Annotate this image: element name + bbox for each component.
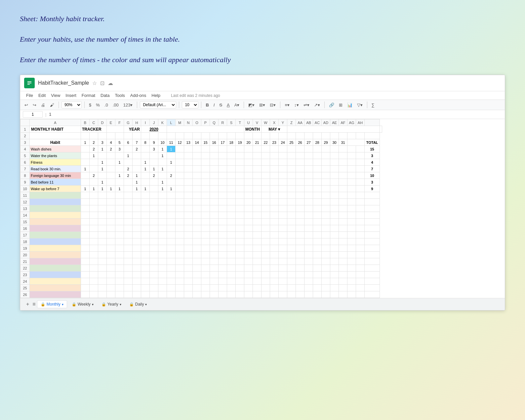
- empty-day-cell[interactable]: [304, 258, 313, 265]
- empty-day-cell[interactable]: [133, 252, 141, 258]
- menu-data[interactable]: Data: [99, 92, 111, 99]
- empty-day-cell[interactable]: [244, 192, 253, 199]
- empty-day-cell[interactable]: [236, 245, 244, 252]
- extra-cell[interactable]: [347, 172, 356, 179]
- empty-day-cell[interactable]: [244, 252, 253, 258]
- sheet-cell[interactable]: 28: [313, 139, 322, 146]
- day-cell[interactable]: [339, 146, 347, 152]
- bold-btn[interactable]: B: [204, 102, 210, 108]
- col-T[interactable]: T: [236, 119, 244, 126]
- empty-day-cell[interactable]: [167, 192, 176, 199]
- day-cell[interactable]: [193, 146, 201, 152]
- empty-day-cell[interactable]: [304, 245, 313, 252]
- empty-day-cell[interactable]: [90, 219, 98, 225]
- col-R[interactable]: R: [219, 119, 227, 126]
- empty-day-cell[interactable]: [347, 272, 356, 278]
- empty-day-cell[interactable]: [262, 258, 270, 265]
- day-cell[interactable]: [227, 172, 236, 179]
- empty-day-cell[interactable]: [167, 291, 176, 298]
- habit-name-cell[interactable]: Wake up before 7: [30, 186, 81, 192]
- empty-day-cell[interactable]: [347, 285, 356, 291]
- empty-day-cell[interactable]: [193, 199, 201, 205]
- empty-day-cell[interactable]: [236, 212, 244, 219]
- empty-day-cell[interactable]: [158, 285, 167, 291]
- empty-day-cell[interactable]: [279, 245, 287, 252]
- merge-btn[interactable]: ⊟▾: [268, 102, 277, 108]
- empty-day-cell[interactable]: [270, 252, 279, 258]
- day-cell[interactable]: [270, 159, 279, 166]
- empty-day-cell[interactable]: [107, 212, 115, 219]
- empty-day-cell[interactable]: [158, 219, 167, 225]
- empty-day-cell[interactable]: [356, 278, 365, 285]
- col-C[interactable]: C: [90, 119, 98, 126]
- day-cell[interactable]: [193, 172, 201, 179]
- day-cell[interactable]: [124, 159, 133, 166]
- day-cell[interactable]: 1: [90, 186, 98, 192]
- day-cell[interactable]: [313, 152, 322, 159]
- day-cell[interactable]: [330, 146, 339, 152]
- sheet-cell[interactable]: [124, 133, 133, 139]
- day-cell[interactable]: [296, 179, 304, 186]
- empty-day-cell[interactable]: [124, 252, 133, 258]
- day-cell[interactable]: [150, 159, 158, 166]
- tab-yearly-arrow[interactable]: ▾: [120, 303, 121, 306]
- empty-day-cell[interactable]: [339, 285, 347, 291]
- empty-day-cell[interactable]: [270, 232, 279, 238]
- empty-day-cell[interactable]: [339, 278, 347, 285]
- empty-day-cell[interactable]: [356, 265, 365, 272]
- empty-day-cell[interactable]: [201, 245, 210, 252]
- empty-day-cell[interactable]: [287, 232, 296, 238]
- sheet-cell[interactable]: [304, 133, 313, 139]
- empty-day-cell[interactable]: [81, 219, 90, 225]
- empty-day-cell[interactable]: [107, 192, 115, 199]
- day-cell[interactable]: [339, 186, 347, 192]
- empty-day-cell[interactable]: [150, 258, 158, 265]
- empty-day-cell[interactable]: [236, 285, 244, 291]
- empty-day-cell[interactable]: [90, 272, 98, 278]
- sheet-cell[interactable]: [330, 133, 339, 139]
- sheet-cell[interactable]: 31: [339, 139, 347, 146]
- empty-day-cell[interactable]: [115, 278, 124, 285]
- day-cell[interactable]: [322, 179, 330, 186]
- day-cell[interactable]: [81, 159, 90, 166]
- sheet-cell[interactable]: [339, 133, 347, 139]
- col-Q[interactable]: Q: [210, 119, 219, 126]
- empty-day-cell[interactable]: [322, 205, 330, 212]
- day-cell[interactable]: [313, 179, 322, 186]
- day-cell[interactable]: [210, 152, 219, 159]
- empty-day-cell[interactable]: [193, 192, 201, 199]
- empty-day-cell[interactable]: [124, 192, 133, 199]
- col-G[interactable]: G: [124, 119, 133, 126]
- empty-day-cell[interactable]: [167, 238, 176, 245]
- empty-day-cell[interactable]: [98, 219, 107, 225]
- empty-day-cell[interactable]: [133, 232, 141, 238]
- empty-day-cell[interactable]: [184, 232, 193, 238]
- day-cell[interactable]: [296, 166, 304, 172]
- empty-day-cell[interactable]: [98, 291, 107, 298]
- day-cell[interactable]: [253, 166, 262, 172]
- empty-day-cell[interactable]: [236, 238, 244, 245]
- empty-day-cell[interactable]: [201, 252, 210, 258]
- day-cell[interactable]: [279, 146, 287, 152]
- sheet-cell[interactable]: Habit: [30, 139, 81, 146]
- empty-day-cell[interactable]: [347, 278, 356, 285]
- empty-day-cell[interactable]: [141, 278, 150, 285]
- empty-day-cell[interactable]: [107, 265, 115, 272]
- strikethrough-btn[interactable]: S: [218, 102, 224, 108]
- day-cell[interactable]: [98, 152, 107, 159]
- day-cell[interactable]: [253, 172, 262, 179]
- empty-day-cell[interactable]: [262, 192, 270, 199]
- sheet-cell[interactable]: [107, 126, 124, 133]
- empty-day-cell[interactable]: [107, 285, 115, 291]
- empty-day-cell[interactable]: [253, 238, 262, 245]
- empty-day-cell[interactable]: [98, 232, 107, 238]
- empty-day-cell[interactable]: [339, 258, 347, 265]
- sheet-cell[interactable]: [193, 133, 201, 139]
- empty-day-cell[interactable]: [313, 232, 322, 238]
- sheet-cell[interactable]: [30, 133, 81, 139]
- empty-day-cell[interactable]: [210, 205, 219, 212]
- day-cell[interactable]: 2: [90, 172, 98, 179]
- col-K[interactable]: K: [158, 119, 167, 126]
- empty-day-cell[interactable]: [133, 258, 141, 265]
- menu-help[interactable]: Help: [149, 92, 162, 99]
